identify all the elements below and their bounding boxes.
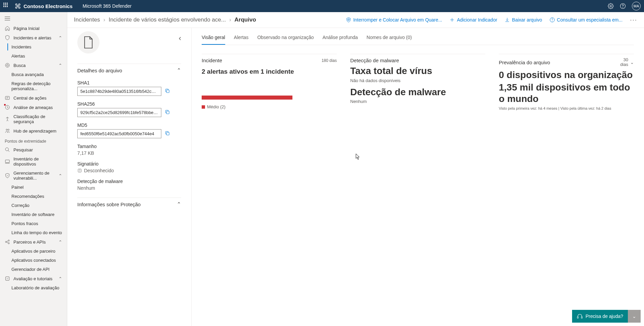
nav-eval-lab[interactable]: Laboratório de avaliação [0,283,67,292]
nav-home[interactable]: Página Inicial [0,24,67,33]
eval-icon [5,276,10,281]
tab-observed[interactable]: Observado na organização [257,31,314,45]
copy-button[interactable] [165,109,170,116]
svg-rect-27 [166,132,169,135]
section-file-details[interactable]: Detalhes do arquivo ⌃ [77,64,181,77]
nav-custom-rules[interactable]: Regras de detecção personaliza... [0,79,67,93]
nav-event-timeline[interactable]: Linha do tempo do evento [0,228,67,237]
nav-incidents[interactable]: Incidentes [0,42,67,51]
nav-alerts[interactable]: Alertas [0,51,67,61]
help-icon[interactable] [620,3,626,9]
action-quarantine[interactable]: Interromper e Colocar Arquivo em Quare..… [346,17,442,23]
sha256-value[interactable]: 929cf5c2a2ce25d82699fc1bfe578bbe8ab [77,108,161,117]
nav-label: Central de ações [13,96,46,101]
shield-icon [5,35,10,40]
nav-label: Pontos fracos [11,221,38,226]
overview-pane: Visão geral Alertas Observado na organiz… [192,28,644,326]
nav-eval-tutorials[interactable]: Avaliação e tutoriais ⌃ [0,274,67,283]
malware-detection-label: Detecção de malware [77,179,181,184]
learning-icon [5,128,10,134]
nav-dashboard[interactable]: Painel [0,183,67,192]
nav-secure-score[interactable]: Classificação de segurança [0,112,67,126]
unknown-signer-icon [77,168,82,173]
nav-adv-search[interactable]: Busca avançada [0,70,67,79]
help-label: Precisa de ajuda? [586,314,623,319]
action-download[interactable]: Baixar arquivo [505,17,542,23]
chevron-right-icon: › [104,16,106,23]
app-launcher-icon[interactable] [3,3,10,9]
size-value: 7,17 KB [77,150,181,156]
nav-weak-points[interactable]: Pontos fracos [0,219,67,228]
action-center-icon [5,95,10,101]
nav-search[interactable]: Busca ⌃ [0,61,67,70]
nav-software-inventory[interactable]: Inventário de software [0,210,67,219]
copy-button[interactable] [165,88,170,95]
collapse-pane-button[interactable]: ‹ [179,31,181,43]
no-data-text: Não há dados disponíveis [350,78,485,83]
nav-partner-apps[interactable]: Aplicativos de parceiro [0,247,67,256]
card-title: Detecção de malware [350,58,485,63]
headset-icon [577,313,583,319]
svg-rect-26 [166,111,169,114]
sha1-value[interactable]: 5e1c8874b29de480a0513516fb542cad2b [77,87,161,96]
settings-icon[interactable] [608,3,614,9]
severity-bar [202,96,292,100]
legend-swatch-medium [202,105,205,109]
svg-point-24 [552,21,553,21]
nav-toggle[interactable] [0,14,67,24]
details-pane: ‹ Detalhes do arquivo ⌃ SHA1 5e1c8874b29… [67,28,192,326]
action-consult[interactable]: Consultar um especialista em... [550,17,622,23]
nav-partners-apis[interactable]: Parceiros e APIs ⌃ [0,237,67,247]
chevron-up-icon: ⌃ [177,201,181,207]
file-tabs: Visão geral Alertas Observado na organiz… [202,31,634,45]
card-period: 180 dias [322,58,337,63]
nav-label: Painel [11,185,24,190]
nav-incidents-alerts[interactable]: Incidentes e alertas ⌃ [0,33,67,42]
nav-label: Análise de ameaças [13,105,53,110]
tab-deep-analysis[interactable]: Análise profunda [322,31,358,45]
action-more[interactable]: ··· [630,16,637,24]
tab-alerts[interactable]: Alertas [234,31,249,45]
brand-logo-icon [15,3,21,9]
nav-vuln-mgmt[interactable]: Gerenciamento de vulnerabili... ⌃ [0,169,67,183]
breadcrumb-root[interactable]: Incidentes [74,16,100,23]
action-add-indicator[interactable]: Adicionar Indicador [449,17,497,23]
help-chevron[interactable]: ⌄ [628,310,641,323]
nav-label: Gerenciador de API [11,267,49,272]
period-selector[interactable]: 30 dias ⌄ [620,58,634,67]
tab-overview[interactable]: Visão geral [202,31,225,45]
question-icon [550,17,555,23]
action-label: Baixar arquivo [512,17,542,23]
nav-learning-hub[interactable]: Hub de aprendizagem [0,126,67,136]
period-unit: dias [620,62,628,67]
period-value: 30 [620,58,628,62]
nav-recommendations[interactable]: Recomendações [0,192,67,201]
nav-device-inventory[interactable]: Inventário de dispositivos [0,154,67,169]
section-protection-info[interactable]: Informações sobre Proteção ⌃ [77,197,181,211]
nav-threat-analytics[interactable]: Análise de ameaças [0,103,67,112]
nav-label: Busca [13,63,26,68]
nav-ep-search[interactable]: Pesquisar [0,145,67,154]
device-icon [5,159,10,164]
svg-point-6 [623,7,623,7]
md5-value[interactable]: fed6550f6e51492ac5d0fb0050e744e4 [77,129,161,138]
home-icon [5,26,10,31]
search-icon [5,147,10,152]
copy-button[interactable] [165,131,170,137]
nav-label: Aplicativos conectados [11,258,56,263]
nav-action-center[interactable]: Central de ações [0,93,67,103]
nav-remediation[interactable]: Correção [0,201,67,210]
user-avatar[interactable]: MA [632,2,641,10]
nav-label: Parceiros e APIs [13,240,46,245]
nav-api-manager[interactable]: Gerenciador de API [0,265,67,274]
nav-connected-apps[interactable]: Aplicativos conectados [0,256,67,265]
breadcrumb-incident[interactable]: Incidente de vários estágios envolvendo … [109,16,226,23]
tab-filenames[interactable]: Nomes de arquivo (0) [367,31,412,45]
nav-label: Gerenciamento de vulnerabili... [13,171,55,181]
score-icon [5,116,10,122]
help-widget[interactable]: Precisa de ajuda? ⌄ [572,310,641,323]
nav-label: Classificação de segurança [13,114,62,124]
chevron-right-icon: › [229,16,231,23]
signer-value: Desconhecido [84,168,114,173]
topbar: Contoso Electronics Microsoft 365 Defend… [0,0,644,12]
